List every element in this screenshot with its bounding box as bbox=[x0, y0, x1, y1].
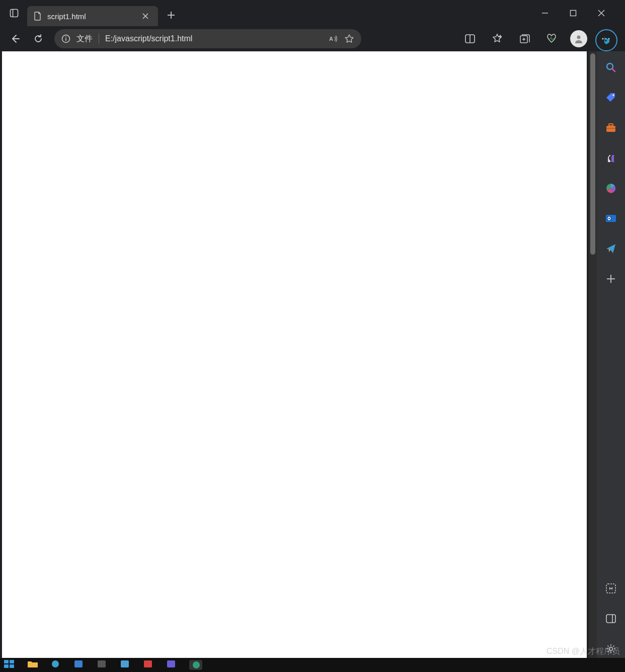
svg-rect-43 bbox=[10, 664, 14, 668]
star-icon[interactable] bbox=[344, 34, 354, 44]
minimize-button[interactable] bbox=[538, 7, 552, 20]
taskbar-app5-button[interactable] bbox=[143, 660, 156, 670]
taskbar-app6-button[interactable] bbox=[166, 660, 179, 670]
close-window-button[interactable] bbox=[595, 7, 608, 20]
info-icon[interactable] bbox=[61, 34, 70, 43]
edge-icon bbox=[191, 661, 201, 669]
sidebar-settings-button[interactable] bbox=[602, 640, 620, 658]
briefcase-icon bbox=[605, 122, 617, 134]
content-area bbox=[0, 51, 625, 658]
split-screen-icon bbox=[464, 33, 476, 44]
profile-button[interactable] bbox=[569, 29, 589, 49]
address-path: E:/javascript/script1.html bbox=[105, 34, 322, 43]
refresh-icon bbox=[33, 34, 43, 44]
sidebar-screenshot-button[interactable] bbox=[602, 579, 620, 598]
svg-rect-49 bbox=[167, 660, 175, 667]
svg-line-26 bbox=[612, 69, 615, 71]
sidebar-search-button[interactable] bbox=[602, 58, 620, 77]
folder-icon bbox=[27, 660, 38, 668]
app-icon bbox=[143, 660, 153, 668]
scrollbar-thumb[interactable] bbox=[590, 53, 595, 255]
taskbar-app4-button[interactable] bbox=[120, 660, 133, 670]
plus-icon bbox=[167, 11, 175, 19]
app-icon bbox=[166, 660, 176, 668]
svg-point-21 bbox=[577, 36, 581, 39]
minimize-icon bbox=[541, 10, 549, 17]
close-icon bbox=[142, 13, 148, 19]
svg-point-44 bbox=[52, 660, 59, 667]
windows-icon bbox=[4, 660, 15, 668]
svg-rect-48 bbox=[144, 660, 152, 667]
taskbar-app3-button[interactable] bbox=[97, 660, 110, 670]
new-tab-button[interactable] bbox=[162, 6, 180, 24]
svg-rect-46 bbox=[98, 660, 106, 667]
browser-tab[interactable]: script1.html bbox=[27, 6, 158, 26]
close-icon bbox=[598, 10, 605, 17]
svg-rect-28 bbox=[606, 126, 615, 132]
app-icon bbox=[73, 660, 84, 668]
taskbar-app1-button[interactable] bbox=[50, 660, 63, 670]
panel-icon bbox=[605, 613, 616, 624]
split-screen-button[interactable] bbox=[460, 29, 480, 49]
refresh-button[interactable] bbox=[28, 29, 48, 49]
svg-rect-29 bbox=[609, 124, 613, 126]
svg-rect-45 bbox=[74, 660, 83, 667]
maximize-button[interactable] bbox=[567, 7, 580, 20]
titlebar: script1.html bbox=[0, 0, 625, 26]
taskbar-explorer-button[interactable] bbox=[27, 660, 40, 670]
copilot-button[interactable] bbox=[595, 29, 617, 51]
address-bar[interactable]: 文件 E:/javascript/script1.html A bbox=[54, 29, 361, 48]
maximize-icon bbox=[570, 10, 577, 17]
taskbar bbox=[0, 658, 625, 672]
performance-button[interactable] bbox=[541, 29, 562, 49]
person-icon bbox=[573, 33, 584, 44]
svg-rect-41 bbox=[10, 660, 14, 663]
plus-icon bbox=[606, 274, 616, 284]
favorites-button[interactable] bbox=[487, 29, 507, 49]
window-controls bbox=[538, 7, 620, 20]
avatar bbox=[570, 30, 587, 47]
sidebar-shopping-button[interactable] bbox=[602, 89, 620, 107]
file-icon bbox=[33, 12, 42, 21]
separator bbox=[99, 34, 99, 44]
search-icon bbox=[605, 61, 617, 73]
read-aloud-icon[interactable]: A bbox=[328, 34, 338, 44]
taskbar-start-button[interactable] bbox=[4, 660, 17, 670]
tab-actions-icon bbox=[9, 8, 19, 18]
back-button[interactable] bbox=[5, 29, 25, 49]
sidebar-games-button[interactable] bbox=[602, 149, 620, 167]
app-icon bbox=[120, 660, 130, 668]
tab-title: script1.html bbox=[47, 12, 134, 21]
page-viewport[interactable] bbox=[2, 51, 587, 658]
taskbar-app2-button[interactable] bbox=[73, 660, 87, 670]
tag-icon bbox=[605, 92, 617, 104]
chess-icon bbox=[605, 152, 617, 164]
svg-rect-47 bbox=[121, 660, 129, 667]
scrollbar[interactable] bbox=[589, 51, 597, 658]
app-icon bbox=[97, 660, 107, 668]
svg-point-27 bbox=[612, 94, 614, 96]
favorites-icon bbox=[492, 33, 503, 44]
collections-button[interactable] bbox=[514, 29, 534, 49]
sidebar-add-button[interactable] bbox=[602, 270, 620, 288]
sidebar-send-button[interactable] bbox=[602, 240, 620, 258]
sidebar-tools-button[interactable] bbox=[602, 119, 620, 137]
toolbar: 文件 E:/javascript/script1.html A bbox=[0, 26, 625, 51]
taskbar-edge-button[interactable] bbox=[189, 660, 202, 670]
heartbeat-icon bbox=[546, 33, 557, 44]
sidebar bbox=[597, 51, 625, 658]
outlook-icon bbox=[605, 212, 617, 225]
sidebar-outlook-button[interactable] bbox=[602, 209, 620, 228]
tab-close-button[interactable] bbox=[139, 10, 152, 23]
bing-icon bbox=[600, 34, 612, 46]
circle-icon bbox=[50, 660, 60, 668]
collections-icon bbox=[519, 33, 530, 44]
sidebar-m365-button[interactable] bbox=[602, 179, 620, 197]
svg-point-11 bbox=[65, 37, 66, 38]
tab-actions-button[interactable] bbox=[5, 4, 23, 22]
svg-rect-7 bbox=[571, 11, 576, 16]
svg-rect-40 bbox=[4, 660, 9, 663]
svg-rect-42 bbox=[4, 664, 9, 668]
sidebar-split-button[interactable] bbox=[602, 610, 620, 628]
screenshot-icon bbox=[605, 583, 616, 594]
